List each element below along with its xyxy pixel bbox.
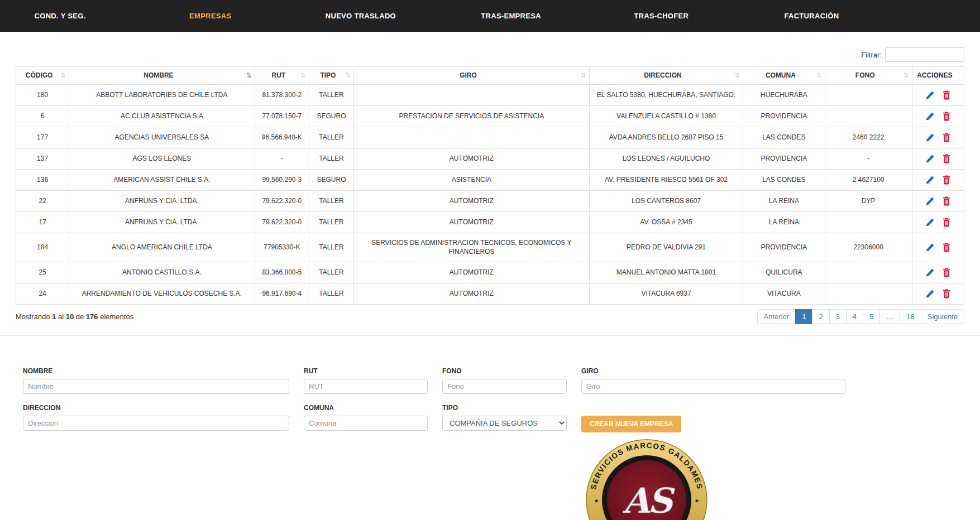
cell-comuna: LAS CONDES: [743, 170, 825, 191]
cell-giro: ASISTENCIA: [354, 170, 590, 191]
col-header-acciones: ACCIONES: [912, 67, 964, 85]
page-4[interactable]: 4: [846, 309, 863, 324]
summary-prefix: Mostrando: [16, 312, 50, 321]
col-header-giro[interactable]: GIRO⇅: [354, 67, 590, 85]
fono-input[interactable]: [442, 379, 567, 394]
page-5[interactable]: 5: [863, 309, 880, 324]
cell-giro: AUTOMOTRIZ: [354, 212, 590, 233]
col-header-tipo[interactable]: TIPO⇅: [309, 67, 353, 85]
delete-icon[interactable]: [942, 175, 951, 185]
summary-from: 1: [52, 312, 56, 321]
sort-icon: ⇅: [816, 71, 821, 79]
cell-acciones: [912, 148, 964, 170]
delete-icon[interactable]: [942, 154, 951, 163]
delete-icon[interactable]: [942, 133, 951, 142]
col-header-direccion[interactable]: DIRECCION⇅: [589, 67, 743, 85]
col-header-codigo[interactable]: CÓDIGO⇅: [16, 67, 69, 85]
sort-icon: ⇅: [734, 71, 740, 79]
page-2[interactable]: 2: [812, 309, 829, 324]
cell-codigo: 177: [16, 127, 69, 148]
cell-codigo: 180: [16, 84, 69, 106]
main-content: Filtrar: CÓDIGO⇅NOMBRE⇅RUT⇅TIPO⇅GIRO⇅DIR…: [0, 47, 980, 432]
comuna-input[interactable]: [304, 416, 428, 431]
cell-acciones: [912, 191, 964, 212]
edit-icon[interactable]: [925, 176, 934, 185]
cell-nombre: ABBOTT LABORATORIES DE CHILE LTDA: [69, 84, 255, 106]
delete-icon[interactable]: [942, 268, 951, 277]
cell-direccion: PEDRO DE VALDIVIA 291: [589, 233, 743, 262]
cell-codigo: 24: [16, 283, 69, 305]
delete-icon[interactable]: [942, 243, 951, 252]
edit-icon[interactable]: [925, 91, 934, 100]
nombre-input[interactable]: [23, 379, 289, 394]
nav-item-empresas[interactable]: EMPRESAS: [135, 12, 285, 20]
nav-item-nuevo-traslado[interactable]: NUEVO TRASLADO: [285, 12, 436, 20]
page-prev: Anterior: [757, 309, 796, 324]
rut-input[interactable]: [304, 379, 428, 394]
delete-icon[interactable]: [942, 289, 951, 298]
cell-rut: 79.622.320-0: [255, 212, 309, 233]
edit-icon[interactable]: [925, 197, 934, 206]
nav-item-tras-chofer[interactable]: TRAS-CHOFER: [586, 12, 737, 20]
filter-label: Filtrar:: [861, 51, 882, 59]
filter-input[interactable]: [885, 47, 964, 62]
cell-acciones: [912, 233, 964, 262]
edit-icon[interactable]: [925, 268, 934, 277]
cell-rut: 77905330-K: [255, 233, 309, 262]
delete-icon[interactable]: [942, 90, 951, 100]
cell-rut: 81.378.300-2: [255, 84, 309, 106]
page-1[interactable]: 1: [795, 309, 812, 324]
direccion-input[interactable]: [23, 416, 289, 431]
page-18[interactable]: 18: [900, 309, 921, 324]
cell-direccion: VALENZUELA CASTILLO # 1380: [589, 106, 743, 127]
cell-nombre: AC CLUB ASISTENCIA S.A: [69, 106, 255, 127]
cell-comuna: PROVIDENCIA: [743, 106, 825, 127]
summary-of: de: [76, 312, 84, 321]
col-header-comuna[interactable]: COMUNA⇅: [743, 67, 825, 85]
sort-icon: ⇅: [246, 71, 252, 79]
sort-icon: ⇅: [581, 71, 586, 79]
edit-icon[interactable]: [925, 133, 934, 142]
nav-item-cond-y-seg[interactable]: COND. Y SEG.: [0, 12, 135, 20]
table-row: 184ANGLO AMERICAN CHILE LTDA77905330-KTA…: [16, 233, 964, 262]
cell-codigo: 137: [16, 148, 69, 170]
edit-icon[interactable]: [925, 112, 934, 121]
cell-rut: 83.366.800-5: [255, 262, 309, 283]
giro-input[interactable]: [581, 379, 845, 394]
field-comuna: COMUNA: [304, 404, 428, 432]
table-header-row: CÓDIGO⇅NOMBRE⇅RUT⇅TIPO⇅GIRO⇅DIRECCION⇅CO…: [16, 67, 964, 85]
cell-acciones: [912, 127, 964, 148]
delete-icon[interactable]: [942, 218, 951, 227]
cell-nombre: ANTONIO CASTILLO S.A.: [69, 262, 255, 283]
col-header-rut[interactable]: RUT⇅: [255, 67, 309, 85]
tipo-select[interactable]: COMPAÑIA DE SEGUROS: [442, 416, 567, 431]
col-header-fono[interactable]: FONO⇅: [825, 67, 912, 85]
nav-item-tras-empresa[interactable]: TRAS-EMPRESA: [436, 12, 586, 20]
cell-fono: DYP: [825, 191, 912, 212]
filter-bar: Filtrar:: [16, 47, 964, 62]
col-header-nombre[interactable]: NOMBRE⇅: [69, 67, 255, 85]
page-3[interactable]: 3: [829, 309, 847, 324]
delete-icon[interactable]: [942, 112, 951, 121]
edit-icon[interactable]: [925, 218, 934, 227]
comuna-label: COMUNA: [304, 404, 428, 412]
edit-icon[interactable]: [925, 155, 934, 163]
cell-rut: 96.566.940-K: [255, 127, 309, 148]
nav-item-facturacion[interactable]: FACTURACIÓN: [737, 12, 887, 20]
table-row: 6AC CLUB ASISTENCIA S.A77.078.150-7SEGUR…: [16, 106, 964, 127]
cell-codigo: 22: [16, 191, 69, 212]
crear-empresa-button[interactable]: CREAR NUEVA EMPRESA: [581, 416, 681, 432]
page-next[interactable]: Siguiente: [921, 309, 964, 324]
delete-icon[interactable]: [942, 196, 951, 206]
cell-giro: SERVICIOS DE ADMINISTRACION TECNICOS, EC…: [354, 233, 590, 262]
edit-icon[interactable]: [925, 243, 934, 252]
summary-to: 10: [66, 312, 74, 321]
edit-icon[interactable]: [925, 290, 934, 298]
logo-star-left: ★: [594, 498, 599, 504]
cell-codigo: 17: [16, 212, 69, 233]
cell-comuna: VITACURA: [743, 283, 825, 305]
cell-fono: -: [825, 148, 912, 170]
cell-tipo: TALLER: [309, 283, 353, 305]
giro-label: GIRO: [581, 367, 845, 375]
cell-giro: AUTOMOTRIZ: [354, 262, 590, 283]
